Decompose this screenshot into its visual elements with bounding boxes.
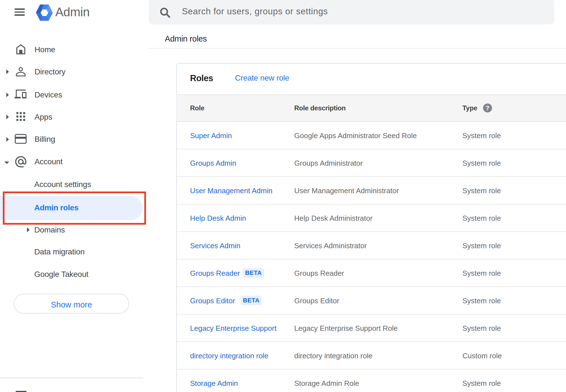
svg-text:?: ?	[486, 104, 489, 111]
